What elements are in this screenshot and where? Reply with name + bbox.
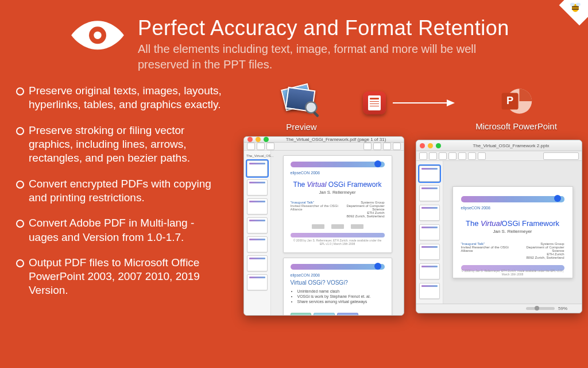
slide-logos (291, 223, 385, 231)
slide: elipseCON 2008 The VirtualOSGi Framework… (452, 186, 573, 278)
minimize-icon[interactable] (256, 137, 261, 142)
view-button[interactable] (497, 306, 503, 312)
toolbar-button[interactable] (478, 152, 486, 160)
target-app: P Microsoft PowerPoint (467, 85, 565, 131)
toolbar-button[interactable] (448, 152, 457, 160)
slide-columns: "Inaugural Talk"Invited Researcher of th… (291, 201, 385, 218)
toolbar-button[interactable] (363, 143, 372, 150)
slide-title: The Virtual OSGi Framework (291, 181, 385, 189)
hero-text: Perfect Accuracy and Format Retention Al… (138, 16, 509, 72)
feature-item: Convert Adobe PDF in Multi-lang -uages a… (15, 216, 222, 244)
slide-event: elipseCON 2008 (291, 171, 385, 175)
hero-header: Perfect Accuracy and Format Retention Al… (0, 0, 588, 72)
feature-item: Output PDF files to Microsoft Office Pow… (15, 256, 222, 298)
source-label: Preview (286, 122, 316, 132)
slide-bullets: Unintended name clash VOSGi is work by S… (292, 289, 385, 304)
slide-thumbnail[interactable] (419, 263, 440, 279)
slide-panel (416, 161, 443, 304)
slide-canvas[interactable]: elipseCON 2008 The VirtualOSGi Framework… (443, 161, 582, 304)
pdf-page: elipseCON 2008 The Virtual OSGi Framewor… (283, 155, 392, 253)
zoom-icon[interactable] (264, 137, 269, 142)
slide-author: Jan S. Rellermeyer (291, 190, 385, 195)
feature-item: Preserve stroking or filing vector graph… (15, 124, 222, 166)
window-toolbar (416, 151, 582, 161)
svg-marker-10 (447, 99, 455, 106)
close-icon[interactable] (420, 143, 425, 148)
close-icon[interactable] (247, 137, 253, 142)
toolbar-button[interactable] (373, 143, 381, 150)
page-thumbnail[interactable] (247, 274, 268, 290)
svg-point-7 (305, 102, 316, 113)
window-titlebar: The_Virtual_OSGi_Framework 2.pptx (416, 140, 582, 151)
window-title: The_Virtual_OSGi_Framework 2.pptx (444, 143, 578, 148)
magnifier-icon (304, 100, 322, 118)
slide-footer: © 2008 by Jan S. Rellermeyer, ETH Zurich… (291, 239, 385, 246)
minimize-icon[interactable] (428, 143, 433, 148)
slide-thumbnail[interactable] (419, 224, 440, 240)
page-thumbnail[interactable] (247, 179, 268, 195)
conversion-row: Preview P Microsoft PowerPoint (243, 84, 586, 132)
page-thumbnail[interactable] (247, 236, 268, 252)
zoom-icon[interactable] (436, 143, 441, 148)
slide-thumbnail[interactable] (419, 166, 440, 182)
thumbnail-sidebar: The_Virtual_OS... (244, 151, 271, 316)
feature-item: Convert encrypted PDFs with copying and … (15, 177, 222, 205)
target-label: Microsoft PowerPoint (475, 121, 557, 131)
slide-heading: Virtual OSGi? VOSGi? (291, 279, 385, 286)
feature-item: Preserve original texts, images, layouts… (15, 84, 222, 112)
powerpoint-window: The_Virtual_OSGi_Framework 2.pptx (416, 140, 582, 313)
slide-thumbnail[interactable] (419, 185, 440, 201)
svg-rect-2 (572, 9, 579, 10)
toolbar-button[interactable] (383, 143, 391, 150)
conversion-arrow (363, 91, 455, 114)
slide-thumbnail[interactable] (419, 244, 440, 260)
mac-preview-icon (281, 84, 322, 118)
hero-title: Perfect Accuracy and Format Retention (138, 16, 509, 40)
zoom-value: 59% (558, 306, 567, 311)
toolbar-button[interactable] (266, 143, 274, 150)
page-thumbnail[interactable] (247, 198, 268, 214)
arrow-right-icon (392, 97, 455, 109)
slide-thumbnail[interactable] (419, 283, 440, 299)
zoom-slider[interactable] (526, 307, 555, 310)
eye-icon (69, 16, 126, 56)
toolbar-button[interactable] (257, 143, 265, 150)
status-bar: 59% (416, 304, 582, 313)
toolbar-button[interactable] (419, 152, 427, 160)
page-thumbnail[interactable] (247, 255, 268, 271)
svg-text:P: P (506, 95, 513, 106)
search-field[interactable] (543, 152, 579, 160)
converter-app-icon (363, 91, 386, 114)
slide-title: The VirtualOSGi Framework (461, 219, 564, 228)
svg-point-3 (570, 3, 575, 6)
toolbar-button[interactable] (468, 152, 476, 160)
slide-diagram (291, 308, 358, 316)
svg-point-6 (94, 32, 101, 39)
toolbar-button[interactable] (458, 152, 466, 160)
hero-subtitle: All the elements including text, image, … (138, 41, 505, 72)
pdf-page: elipseCON 2008 Virtual OSGi? VOSGi? Unin… (283, 258, 392, 316)
page-thumbnail[interactable] (247, 217, 268, 233)
source-app: Preview (253, 84, 350, 132)
feature-list: Preserve original texts, images, layouts… (15, 84, 226, 316)
view-button[interactable] (516, 306, 523, 312)
toolbar-button[interactable] (247, 143, 255, 150)
window-comparison: The_Virtual_OSGi_Framework.pdf (page 1 o… (243, 136, 586, 316)
document-viewport[interactable]: elipseCON 2008 The Virtual OSGi Framewor… (271, 151, 404, 316)
window-toolbar (244, 143, 404, 151)
toolbar-button[interactable] (439, 152, 447, 160)
window-titlebar: The_Virtual_OSGi_Framework.pdf (page 1 o… (244, 137, 404, 143)
page-thumbnail[interactable] (247, 160, 268, 177)
preview-window: The_Virtual_OSGi_Framework.pdf (page 1 o… (243, 136, 404, 316)
window-title: The_Virtual_OSGi_Framework.pdf (page 1 o… (272, 137, 400, 142)
sidebar-tab-label: The_Virtual_OS... (246, 154, 274, 158)
toolbar-button[interactable] (393, 143, 401, 150)
svg-rect-1 (572, 6, 579, 7)
view-button[interactable] (506, 306, 513, 312)
slide-thumbnail[interactable] (419, 205, 440, 221)
svg-point-4 (576, 3, 581, 6)
fit-button[interactable] (571, 306, 577, 312)
toolbar-button[interactable] (429, 152, 437, 160)
powerpoint-icon: P (500, 85, 533, 118)
bee-icon (568, 0, 582, 14)
